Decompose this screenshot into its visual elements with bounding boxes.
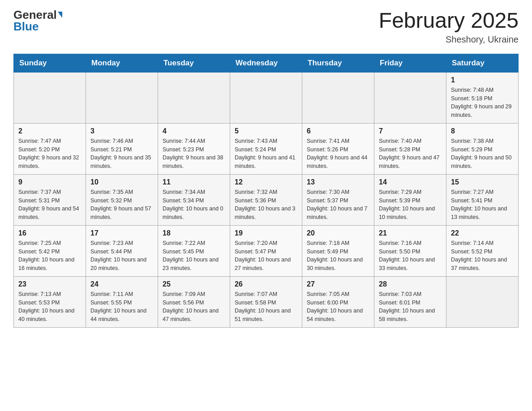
calendar-day-cell	[230, 72, 302, 123]
day-number: 26	[235, 280, 297, 288]
day-number: 15	[451, 178, 514, 186]
calendar-day-cell	[158, 72, 230, 123]
calendar-day-cell: 4Sunrise: 7:44 AMSunset: 5:23 PMDaylight…	[158, 123, 230, 174]
calendar-day-cell: 24Sunrise: 7:11 AMSunset: 5:55 PMDayligh…	[86, 276, 158, 327]
calendar-day-cell: 7Sunrise: 7:40 AMSunset: 5:28 PMDaylight…	[374, 123, 446, 174]
calendar-week-row: 23Sunrise: 7:13 AMSunset: 5:53 PMDayligh…	[14, 276, 519, 327]
day-number: 27	[307, 280, 369, 288]
logo-blue: Blue	[13, 21, 39, 32]
calendar-day-cell	[302, 72, 374, 123]
calendar-week-row: 1Sunrise: 7:48 AMSunset: 5:18 PMDaylight…	[14, 72, 519, 123]
day-info: Sunrise: 7:25 AMSunset: 5:42 PMDaylight:…	[18, 239, 81, 273]
day-info: Sunrise: 7:07 AMSunset: 5:58 PMDaylight:…	[235, 290, 297, 324]
calendar-day-cell: 28Sunrise: 7:03 AMSunset: 6:01 PMDayligh…	[374, 276, 446, 327]
calendar-week-row: 16Sunrise: 7:25 AMSunset: 5:42 PMDayligh…	[14, 225, 519, 276]
calendar-day-cell: 19Sunrise: 7:20 AMSunset: 5:47 PMDayligh…	[230, 225, 302, 276]
day-info: Sunrise: 7:46 AMSunset: 5:21 PMDaylight:…	[90, 137, 153, 171]
day-info: Sunrise: 7:11 AMSunset: 5:55 PMDaylight:…	[90, 290, 153, 324]
day-number: 14	[379, 178, 442, 186]
day-number: 5	[235, 127, 297, 135]
calendar-day-cell	[14, 72, 86, 123]
day-info: Sunrise: 7:23 AMSunset: 5:44 PMDaylight:…	[90, 239, 153, 273]
calendar-day-cell	[446, 276, 519, 327]
calendar-day-cell: 13Sunrise: 7:30 AMSunset: 5:37 PMDayligh…	[302, 174, 374, 225]
calendar-day-cell: 1Sunrise: 7:48 AMSunset: 5:18 PMDaylight…	[446, 72, 519, 123]
calendar-location: Sheshory, Ukraine	[379, 34, 519, 45]
day-info: Sunrise: 7:20 AMSunset: 5:47 PMDaylight:…	[235, 239, 297, 273]
day-of-week-header: Sunday	[14, 54, 86, 72]
day-of-week-header: Thursday	[302, 54, 374, 72]
day-info: Sunrise: 7:32 AMSunset: 5:36 PMDaylight:…	[235, 188, 297, 222]
day-info: Sunrise: 7:29 AMSunset: 5:39 PMDaylight:…	[379, 188, 442, 222]
calendar-table: SundayMondayTuesdayWednesdayThursdayFrid…	[13, 54, 519, 328]
day-of-week-header: Saturday	[446, 54, 519, 72]
calendar-day-cell: 6Sunrise: 7:41 AMSunset: 5:26 PMDaylight…	[302, 123, 374, 174]
calendar-day-cell: 21Sunrise: 7:16 AMSunset: 5:50 PMDayligh…	[374, 225, 446, 276]
day-info: Sunrise: 7:41 AMSunset: 5:26 PMDaylight:…	[307, 137, 369, 171]
logo-arrow-icon	[58, 12, 62, 18]
title-block: February 2025 Sheshory, Ukraine	[379, 9, 519, 45]
day-info: Sunrise: 7:48 AMSunset: 5:18 PMDaylight:…	[451, 86, 514, 120]
day-number: 11	[163, 178, 225, 186]
calendar-day-cell	[374, 72, 446, 123]
day-info: Sunrise: 7:43 AMSunset: 5:24 PMDaylight:…	[235, 137, 297, 171]
day-info: Sunrise: 7:30 AMSunset: 5:37 PMDaylight:…	[307, 188, 369, 222]
page-header: General Blue February 2025 Sheshory, Ukr…	[13, 9, 519, 45]
day-info: Sunrise: 7:09 AMSunset: 5:56 PMDaylight:…	[163, 290, 225, 324]
calendar-day-cell: 17Sunrise: 7:23 AMSunset: 5:44 PMDayligh…	[86, 225, 158, 276]
day-number: 1	[451, 76, 514, 84]
day-number: 24	[90, 280, 153, 288]
calendar-day-cell: 10Sunrise: 7:35 AMSunset: 5:32 PMDayligh…	[86, 174, 158, 225]
day-number: 4	[163, 127, 225, 135]
calendar-week-row: 2Sunrise: 7:47 AMSunset: 5:20 PMDaylight…	[14, 123, 519, 174]
calendar-day-cell: 16Sunrise: 7:25 AMSunset: 5:42 PMDayligh…	[14, 225, 86, 276]
day-number: 9	[18, 178, 81, 186]
calendar-day-cell: 26Sunrise: 7:07 AMSunset: 5:58 PMDayligh…	[230, 276, 302, 327]
day-info: Sunrise: 7:22 AMSunset: 5:45 PMDaylight:…	[163, 239, 225, 273]
day-info: Sunrise: 7:40 AMSunset: 5:28 PMDaylight:…	[379, 137, 442, 171]
calendar-header-row: SundayMondayTuesdayWednesdayThursdayFrid…	[14, 54, 519, 72]
logo-general: General	[13, 9, 57, 21]
day-of-week-header: Friday	[374, 54, 446, 72]
calendar-day-cell: 22Sunrise: 7:14 AMSunset: 5:52 PMDayligh…	[446, 225, 519, 276]
day-info: Sunrise: 7:38 AMSunset: 5:29 PMDaylight:…	[451, 137, 514, 171]
day-info: Sunrise: 7:13 AMSunset: 5:53 PMDaylight:…	[18, 290, 81, 324]
day-info: Sunrise: 7:16 AMSunset: 5:50 PMDaylight:…	[379, 239, 442, 273]
day-info: Sunrise: 7:18 AMSunset: 5:49 PMDaylight:…	[307, 239, 369, 273]
day-of-week-header: Monday	[86, 54, 158, 72]
calendar-day-cell: 5Sunrise: 7:43 AMSunset: 5:24 PMDaylight…	[230, 123, 302, 174]
day-number: 12	[235, 178, 297, 186]
calendar-day-cell: 15Sunrise: 7:27 AMSunset: 5:41 PMDayligh…	[446, 174, 519, 225]
calendar-day-cell: 20Sunrise: 7:18 AMSunset: 5:49 PMDayligh…	[302, 225, 374, 276]
calendar-day-cell: 2Sunrise: 7:47 AMSunset: 5:20 PMDaylight…	[14, 123, 86, 174]
calendar-day-cell: 9Sunrise: 7:37 AMSunset: 5:31 PMDaylight…	[14, 174, 86, 225]
day-number: 18	[163, 229, 225, 237]
calendar-day-cell: 3Sunrise: 7:46 AMSunset: 5:21 PMDaylight…	[86, 123, 158, 174]
calendar-title: February 2025	[379, 9, 519, 33]
logo: General Blue	[13, 9, 62, 32]
day-number: 8	[451, 127, 514, 135]
day-info: Sunrise: 7:37 AMSunset: 5:31 PMDaylight:…	[18, 188, 81, 222]
calendar-day-cell: 12Sunrise: 7:32 AMSunset: 5:36 PMDayligh…	[230, 174, 302, 225]
calendar-day-cell: 25Sunrise: 7:09 AMSunset: 5:56 PMDayligh…	[158, 276, 230, 327]
day-number: 13	[307, 178, 369, 186]
day-number: 21	[379, 229, 442, 237]
day-info: Sunrise: 7:35 AMSunset: 5:32 PMDaylight:…	[90, 188, 153, 222]
calendar-week-row: 9Sunrise: 7:37 AMSunset: 5:31 PMDaylight…	[14, 174, 519, 225]
calendar-day-cell: 14Sunrise: 7:29 AMSunset: 5:39 PMDayligh…	[374, 174, 446, 225]
day-of-week-header: Tuesday	[158, 54, 230, 72]
day-number: 20	[307, 229, 369, 237]
day-info: Sunrise: 7:14 AMSunset: 5:52 PMDaylight:…	[451, 239, 514, 273]
calendar-day-cell: 8Sunrise: 7:38 AMSunset: 5:29 PMDaylight…	[446, 123, 519, 174]
day-number: 17	[90, 229, 153, 237]
day-number: 25	[163, 280, 225, 288]
day-number: 28	[379, 280, 442, 288]
day-number: 19	[235, 229, 297, 237]
day-number: 16	[18, 229, 81, 237]
day-number: 2	[18, 127, 81, 135]
day-number: 6	[307, 127, 369, 135]
day-info: Sunrise: 7:27 AMSunset: 5:41 PMDaylight:…	[451, 188, 514, 222]
calendar-day-cell: 23Sunrise: 7:13 AMSunset: 5:53 PMDayligh…	[14, 276, 86, 327]
day-info: Sunrise: 7:47 AMSunset: 5:20 PMDaylight:…	[18, 137, 81, 171]
day-number: 3	[90, 127, 153, 135]
